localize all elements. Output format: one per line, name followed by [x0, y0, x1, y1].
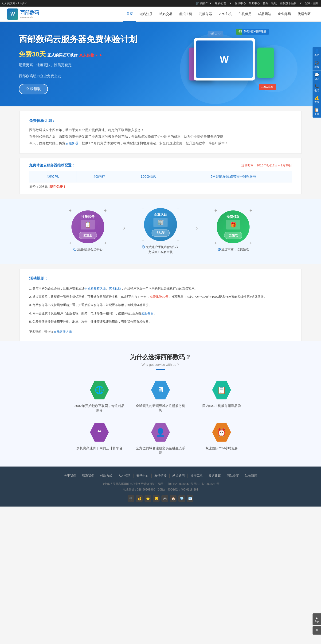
step3-btn[interactable]: 去领取	[224, 232, 242, 239]
why-title: 为什么选择西部数码？	[9, 353, 312, 361]
footer-link-2[interactable]: 付款方式	[97, 474, 115, 478]
nav-item-vps[interactable]: VPS主机	[215, 6, 235, 22]
why-hex-icon-2: 📋	[217, 386, 226, 394]
footer-icon-0[interactable]: 🛒	[128, 495, 134, 502]
sidebar-qq[interactable]: 💬 QQ	[313, 70, 321, 82]
nav-item-agent[interactable]: 代理专区	[294, 6, 314, 22]
hero-content: 西部数码云服务器免费体验计划 免费30天 正式购买还可获赠 京东购物卡 + 配置…	[19, 34, 160, 94]
footer-link-6[interactable]: 站点透明	[170, 474, 188, 478]
nav-item-home[interactable]: 首页	[123, 6, 136, 22]
rule4-link[interactable]: 云服务器	[141, 312, 154, 315]
sidebar-member-label: 会员	[315, 54, 319, 57]
contact-link[interactable]: 在线客服人员	[54, 330, 72, 334]
footer-icon-7[interactable]: 📧	[187, 495, 193, 502]
why-text-3: 多机房高速骨干网的云计算平台	[76, 446, 122, 450]
free-trial-intro: 免费体验计划： 西部数码成立十四余年，助力于为企业用户提供高速、稳定的互联网接入…	[19, 111, 302, 154]
footer-icons: 🛒 💰 ⭐ 😊 🎮 🏠 💎 📧	[9, 495, 312, 502]
hot-link[interactable]: 最新公告	[215, 2, 226, 6]
step1-btn[interactable]: 去注册	[79, 232, 97, 239]
nav-item-domain-trade[interactable]: 域名交易	[156, 6, 176, 22]
footer-icon-4[interactable]: 🎮	[161, 495, 168, 502]
recharge-icon: 💰	[315, 96, 319, 100]
free-trial-para2: 在云时代来临之后，西部数码率先研发出了业内真正的云服务器产品，并先后多次降低了企…	[29, 133, 292, 140]
header: W 西部数码 www.west.cn 首页 域名注册 域名交易 虚拟主机 云服务…	[0, 6, 321, 22]
sidebar-ticket[interactable]: 📋 工单	[313, 106, 321, 118]
why-icon-4: 👤	[150, 422, 171, 443]
step2-btn[interactable]: 去认证	[152, 230, 170, 236]
footer-link-9[interactable]: 网站备案	[224, 474, 242, 478]
sidebar-service[interactable]: 🎧 客服	[313, 59, 321, 70]
footer-link-0[interactable]: 关于我们	[61, 474, 79, 478]
cart-link[interactable]: 🛒 购物车 ▼	[196, 2, 212, 6]
rule-3: 3. 免费服务器不支持删除重新开通，开通后的云服务器，若配置不够用，可以升级补差…	[29, 301, 292, 309]
footer-icon-3[interactable]: 😊	[153, 495, 160, 502]
info-link[interactable]: 资讯中心	[235, 2, 246, 6]
rule1-link1[interactable]: 手机和邮箱认证	[84, 287, 106, 290]
footer: 关于我们 联系我们 付款方式 人才招聘 资讯中心 友情链接 站点透明 提交工单 …	[0, 466, 321, 506]
footer-link-10[interactable]: 站长新闻	[242, 474, 260, 478]
hero-banner: 西部数码云服务器免费体验计划 免费30天 正式购买还可获赠 京东购物卡 + 配置…	[0, 22, 321, 106]
cloud-server-link[interactable]: 云服务器	[65, 141, 78, 145]
footer-link-4[interactable]: 资讯中心	[134, 474, 152, 478]
why-hex-icon-4: 👤	[156, 428, 165, 437]
nav-item-domain-reg[interactable]: 域名注册	[136, 6, 156, 22]
why-text-0: 2002年开始把数互联网，专注精品服务	[74, 404, 125, 412]
rule-2: 2. 通过审核后，将获得一张云主机优惠券，可开通任意配置云主机（8G以下内存）一…	[29, 292, 292, 301]
footer-icon-6[interactable]: 💎	[178, 495, 185, 502]
why-icon-0: 🌐	[89, 380, 110, 400]
config-header: 免费体验云服务器推荐配置： 活动时间：2016年8月12日～9月30日	[29, 163, 292, 168]
footer-link-8[interactable]: 投诉建议	[206, 474, 224, 478]
rules-section: 活动规则： 1. 参与用户为企业会员，且帐户需要通过手机和邮箱认证、实名认证，并…	[19, 269, 302, 341]
hero-cta-button[interactable]: 立即领取	[19, 84, 48, 94]
sidebar-phone-label: 电话	[315, 89, 319, 92]
why-subtitle: Why get service with us？	[9, 363, 312, 367]
why-item-0: 🌐 2002年开始把数互联网，专注精品服务	[74, 380, 125, 412]
para3-suffix: ，提供1个月的免费体验时间，帮助您快速构建更稳定、安全的企业应用，提升运维效率，…	[78, 141, 228, 145]
nav-item-website[interactable]: 成品网站	[255, 6, 275, 22]
login-link[interactable]: 登录 / 注册	[305, 2, 319, 6]
sidebar-phone[interactable]: 📞 电话	[313, 82, 321, 94]
sidebar-member[interactable]: 👤 会员	[313, 47, 321, 59]
config-row: 4核CPU 4G内存 100G磁盘 5M智能多线路带宽+铜牌服务	[29, 171, 292, 182]
footer-icon-1[interactable]: 💰	[136, 495, 143, 502]
hero-desc1: 配置更高、速度更快、性能更稳定	[19, 62, 160, 68]
rule-1: 1. 参与用户为企业会员，且帐户需要通过手机和邮箱认证、实名认证，并且帐户下近一…	[29, 284, 292, 292]
nav-item-rental[interactable]: 主机租用	[235, 6, 255, 22]
why-hex-icon-5: ⏰	[217, 428, 226, 437]
service-icon: 🎧	[315, 60, 319, 65]
rule1-link2[interactable]: 实名认证	[109, 287, 121, 290]
footer-link-7[interactable]: 提交工单	[188, 474, 206, 478]
backup-link[interactable]: 备案	[263, 2, 268, 6]
badge-cpu: 4核CPU	[208, 31, 223, 37]
main-nav: 首页 域名注册 域名交易 虚拟主机 云服务器 VPS主机 主机租用 成品网站 企…	[123, 6, 314, 22]
nav-item-vhost[interactable]: 虚拟主机	[176, 6, 195, 22]
config-disk: 100G磁盘	[122, 171, 175, 182]
footer-link-5[interactable]: 友情链接	[152, 474, 170, 478]
nav-item-cloud[interactable]: 云服务器	[195, 6, 215, 22]
step2-label: ② 完成账户手机和邮箱认证 完成账户实名审核	[142, 245, 179, 255]
help-link[interactable]: 帮助中心	[249, 2, 260, 6]
why-item-3: ☁ 多机房高速骨干网的云计算平台	[74, 422, 125, 455]
hero-title: 西部数码云服务器免费体验计划	[19, 34, 160, 45]
lang-switch[interactable]: 英文站 - English	[7, 2, 27, 6]
why-icon-3: ☁	[89, 422, 110, 443]
forum-link[interactable]: 论坛	[271, 2, 277, 6]
footer-icon-2[interactable]: ⭐	[145, 495, 151, 502]
footer-link-3[interactable]: 人才招聘	[115, 474, 134, 478]
nav-item-email[interactable]: 企业邮局	[275, 6, 294, 22]
step1-name: 注册账号	[81, 215, 94, 219]
footer-icon-5[interactable]: 🏠	[170, 495, 176, 502]
brand-link[interactable]: 西数旗下品牌	[280, 2, 297, 6]
config-section: 免费体验云服务器推荐配置： 活动时间：2016年8月12日～9月30日 4核CP…	[19, 158, 302, 194]
free-trial-para1: 西部数码成立十四余年，助力于为企业用户提供高速、稳定的互联网接入服务！	[29, 127, 292, 133]
right-sidebar: 👤 会员 🎧 客服 💬 QQ 📞 电话 💰 充值 📋 工单	[313, 47, 321, 118]
sidebar-recharge[interactable]: 💰 充值	[313, 94, 321, 106]
device-screen: W	[196, 40, 253, 78]
top-bar-left: 英文站 - English	[2, 2, 27, 6]
config-cpu: 4核CPU	[29, 171, 77, 182]
step-arrow-2: ›	[193, 224, 200, 232]
step3-label: ③ 通过审核，点我领取	[218, 247, 249, 252]
footer-link-1[interactable]: 联系我们	[79, 474, 97, 478]
step2-name: 企业认证	[154, 212, 167, 217]
config-mem: 4G内存	[77, 171, 122, 182]
